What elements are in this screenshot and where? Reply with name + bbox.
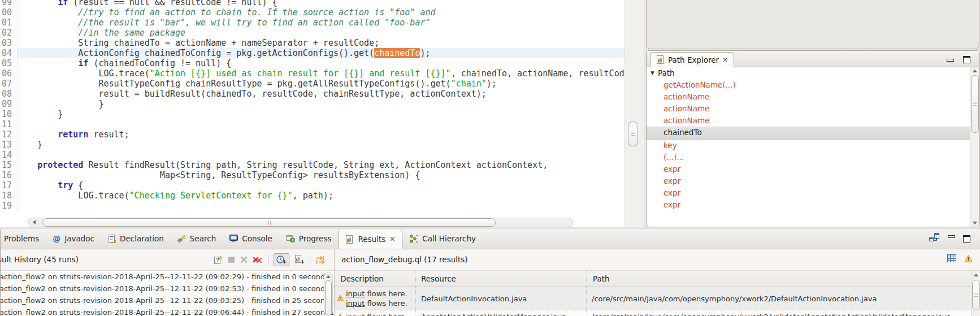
code-segment: } xyxy=(17,140,42,150)
maximize-button[interactable] xyxy=(963,235,970,241)
tab-call-hierarchy[interactable]: Call Hierarchy xyxy=(402,228,483,249)
tree-item-getactionname[interactable]: getActionName(...) xyxy=(647,79,970,91)
line-number: 03 xyxy=(0,38,18,48)
history-run-item[interactable]: action_flow2 on struts-revision-2018-Apr… xyxy=(1,283,334,295)
code-line: 00 //try to find an action to chain to. … xyxy=(0,7,625,18)
history-run-item[interactable]: action_flow2 on struts-revision-2018-Apr… xyxy=(1,306,334,316)
flow-link[interactable]: input xyxy=(346,299,365,308)
stop-icon[interactable] xyxy=(228,256,235,263)
code-segment: ); xyxy=(487,79,497,89)
tree-item-[interactable]: (...)... xyxy=(647,151,970,163)
code-line: 15 protected Result findResult(String pa… xyxy=(0,160,625,170)
chevron-down-icon[interactable]: ▼ xyxy=(651,67,654,79)
code-text: //try to find an action to chain to. If … xyxy=(17,7,625,18)
scroll-up-icon[interactable] xyxy=(974,274,978,276)
tab-search[interactable]: Search xyxy=(171,228,223,249)
scrollbar-thumb[interactable] xyxy=(628,122,638,146)
tree-item-key[interactable]: key xyxy=(647,140,970,151)
tab-console[interactable]: Console xyxy=(223,228,279,249)
close-icon[interactable] xyxy=(240,256,248,263)
tab-label: Problems xyxy=(4,234,39,243)
result-description-cell: input flows here.input flows here. xyxy=(335,287,415,310)
table-view-icon[interactable] xyxy=(947,254,956,262)
tree-item-actionname[interactable]: actionName xyxy=(647,103,970,115)
show-chart-icon[interactable] xyxy=(294,255,305,265)
editor-vertical-scrollbar[interactable] xyxy=(625,0,644,227)
flow-link[interactable]: input xyxy=(346,313,365,316)
code-text: return result; xyxy=(17,129,625,140)
minimize-button[interactable] xyxy=(946,56,953,62)
tree-item-path[interactable]: ▼Path xyxy=(647,67,970,79)
tab-declaration[interactable]: Declaration xyxy=(101,228,171,249)
tree-item-chainedto[interactable]: chainedTo xyxy=(647,127,970,140)
line-number: 14 xyxy=(0,150,18,160)
code-editor[interactable]: 99 if (result == null && resultCode != n… xyxy=(0,0,625,227)
line-number: 06 xyxy=(0,68,18,79)
tab-label: Call Hierarchy xyxy=(422,234,476,243)
code-segment: result = buildResult(chainedTo, resultCo… xyxy=(17,89,487,99)
tree-item-actionname[interactable]: actionName xyxy=(647,115,970,127)
tab-label: Path Explorer xyxy=(668,55,719,64)
flow-link[interactable]: input xyxy=(346,289,365,298)
column-header-path[interactable]: Path xyxy=(587,271,972,287)
tree-item-expr[interactable]: expr xyxy=(647,199,970,211)
code-segment: ActionConfig chainedToConfig = pkg.getAc… xyxy=(17,48,374,58)
results-scrollbar[interactable] xyxy=(971,271,980,316)
show-timing-icon[interactable] xyxy=(274,253,289,266)
tree-item-actionname[interactable]: actionName xyxy=(647,91,970,103)
scroll-up-icon[interactable] xyxy=(973,70,977,72)
maximize-button[interactable] xyxy=(963,56,970,62)
scrollbar-thumb[interactable] xyxy=(325,280,332,315)
history-run-item[interactable]: action_flow2 on struts-revision-2018-Apr… xyxy=(1,271,334,283)
result-row[interactable]: input flows here.AnnotationActionValidat… xyxy=(335,310,972,316)
tree-item-label: actionName xyxy=(664,104,709,113)
scroll-up-icon[interactable] xyxy=(326,275,331,278)
line-number: 02 xyxy=(0,28,18,38)
eclipse-codeql-workbench: 99 if (result == null && resultCode != n… xyxy=(0,0,980,316)
close-icon[interactable]: ✕ xyxy=(722,56,728,64)
tree-item-label: expr xyxy=(664,188,680,197)
code-segment: result; xyxy=(88,129,129,140)
minimize-button[interactable] xyxy=(948,235,955,241)
callhierarchy-icon xyxy=(409,235,418,243)
history-run-item[interactable]: action_flow2 on struts-revision-2018-Apr… xyxy=(1,295,334,306)
code-line: 02 //in the same package xyxy=(0,28,625,38)
restore-view-icon[interactable] xyxy=(929,233,940,243)
tab-path-explorer[interactable]: Path Explorer ✕ xyxy=(650,52,734,67)
tab-javadoc[interactable]: @Javadoc xyxy=(46,228,101,249)
tab-results[interactable]: Results✕ xyxy=(338,230,402,249)
scrollbar-thumb[interactable] xyxy=(42,218,496,227)
code-segment: { xyxy=(73,180,83,191)
scrollbar-thumb[interactable] xyxy=(972,280,980,310)
tree-item-expr[interactable]: expr xyxy=(647,163,970,175)
result-resource-cell: AnnotationActionValidatorManager.java xyxy=(415,310,587,316)
tree-item-expr[interactable]: expr xyxy=(647,187,970,199)
column-header-description[interactable]: Description xyxy=(335,271,415,287)
editor-horizontal-scrollbar[interactable] xyxy=(28,218,573,227)
alerts-icon[interactable] xyxy=(964,254,973,262)
tree-item-label: (...)... xyxy=(664,153,684,162)
code-segment: LOG.trace( xyxy=(17,68,150,79)
scroll-left-icon[interactable] xyxy=(33,220,36,224)
code-segment: ResultTypeConfig chainResultType = pkg.g… xyxy=(17,79,451,89)
code-text: if (chainedToConfig != null) { xyxy=(17,58,625,68)
path-explorer-scrollbar[interactable] xyxy=(970,67,979,227)
history-scrollbar[interactable] xyxy=(324,272,333,315)
scroll-down-icon[interactable] xyxy=(973,222,977,224)
close-all-icon[interactable] xyxy=(253,256,263,264)
tab-label: Declaration xyxy=(120,234,164,243)
progress-icon xyxy=(286,235,295,243)
scrollbar-thumb[interactable] xyxy=(971,75,979,133)
svg-text:?: ? xyxy=(216,257,219,263)
path-explorer-tab-bar: Path Explorer ✕ xyxy=(647,51,979,67)
query-help-icon[interactable]: ? xyxy=(214,256,223,265)
column-header-resource[interactable]: Resource xyxy=(415,271,587,287)
tree-item-label: chainedTo xyxy=(664,128,702,137)
tab-progress[interactable]: Progress xyxy=(279,228,339,249)
tab-problems[interactable]: Problems xyxy=(0,228,46,249)
query-results-toolbar xyxy=(947,254,973,262)
compare-runs-icon[interactable] xyxy=(315,256,326,265)
tree-item-expr[interactable]: expr xyxy=(647,175,970,187)
result-row[interactable]: input flows here.input flows here.Defaul… xyxy=(335,287,972,310)
close-icon[interactable]: ✕ xyxy=(389,235,395,243)
